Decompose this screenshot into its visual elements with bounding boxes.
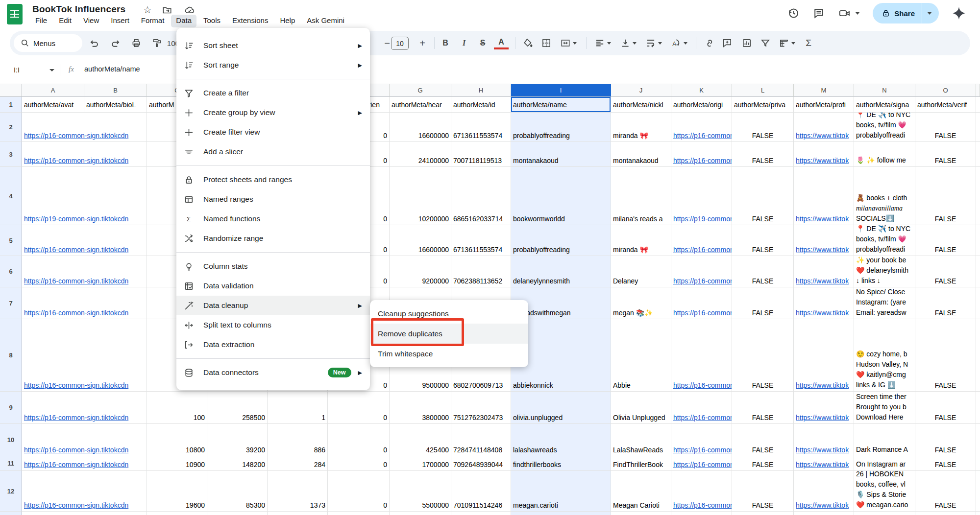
cell-L4[interactable]: FALSE (732, 167, 794, 225)
cell-N11[interactable]: On Instagram ar (854, 456, 915, 471)
cell-K13[interactable] (671, 512, 732, 515)
italic-button[interactable]: I (457, 35, 471, 51)
row-header-3[interactable]: 3 (0, 142, 22, 167)
share-button[interactable]: Share (873, 3, 922, 23)
cell-O6[interactable]: FALSE (915, 256, 976, 287)
cell-L2[interactable]: FALSE (732, 113, 794, 142)
field-header-G[interactable]: authorMeta/hear (390, 97, 451, 113)
cell-J5[interactable]: miranda 🎀 (611, 225, 671, 256)
cell-A10[interactable]: https://p16-common-sign.tiktokcdn (22, 424, 147, 456)
cell-F10[interactable]: 0 (328, 424, 390, 456)
name-box[interactable]: I:I (5, 63, 56, 77)
cell-I9[interactable]: olivia.unplugged (511, 392, 611, 424)
menu-item-column-stats[interactable]: Column stats (176, 257, 370, 276)
cell-E13[interactable] (268, 512, 328, 515)
cell-E12[interactable]: 1373 (268, 471, 328, 512)
cell-G12[interactable]: 5500000 (390, 471, 451, 512)
text-wrap-button[interactable] (641, 35, 666, 51)
cell-A5[interactable]: https://p16-common-sign.tiktokcdn (22, 225, 147, 256)
field-header-O[interactable]: authorMeta/verif (915, 97, 976, 113)
row-header-2[interactable]: 2 (0, 113, 22, 142)
wrap-caret-icon[interactable] (658, 42, 662, 45)
gemini-icon[interactable] (952, 6, 966, 21)
column-header-J[interactable]: J (611, 84, 671, 97)
field-header-N[interactable]: authorMeta/signa (854, 97, 915, 113)
menubar-item-help[interactable]: Help (275, 15, 300, 27)
cell-M3[interactable]: https://www.tiktok (794, 142, 854, 167)
cell-N2[interactable]: 📍 DE ✈️ to NYCbooks, tv/film 💗probablyof… (854, 113, 915, 142)
cell-E11[interactable]: 284 (268, 456, 328, 471)
functions-button[interactable]: Σ (801, 35, 816, 51)
column-header-I[interactable]: I (511, 84, 611, 97)
insert-comment-button[interactable] (718, 35, 736, 51)
field-header-A[interactable]: authorMeta/avat (22, 97, 84, 113)
name-box-caret-icon[interactable] (49, 69, 54, 71)
cell-M8[interactable]: https://www.tiktok (794, 319, 854, 392)
cell-F12[interactable]: 0 (328, 471, 390, 512)
cell-G10[interactable]: 425400 (390, 424, 451, 456)
cell-N7[interactable]: No Spice/ CloseInstagram: (yareEmail: ya… (854, 287, 915, 319)
cell-K6[interactable]: https://p16-common (671, 256, 732, 287)
cell-N3[interactable]: 🌷 ✨ follow me (854, 142, 915, 167)
cell-M6[interactable]: https://www.tiktok (794, 256, 854, 287)
cell-J8[interactable]: Abbie (611, 319, 671, 392)
cell-H3[interactable]: 7007118119513 (451, 142, 511, 167)
text-color-button[interactable]: A (494, 37, 509, 49)
cell-I4[interactable]: bookwormworldd (511, 167, 611, 225)
column-header-K[interactable]: K (671, 84, 732, 97)
cell-O7[interactable]: FALSE (915, 287, 976, 319)
text-rotation-button[interactable]: A (666, 35, 692, 51)
menu-item-data-extraction[interactable]: Data extraction (176, 335, 370, 354)
rotation-caret-icon[interactable] (684, 42, 687, 45)
cell-G4[interactable]: 10200000 (390, 167, 451, 225)
column-header-N[interactable]: N (854, 84, 915, 97)
cell-J7[interactable]: megan 📚✨ (611, 287, 671, 319)
cell-I5[interactable]: probablyoffreading (511, 225, 611, 256)
cell-C10[interactable]: 10800 (147, 424, 207, 456)
insert-link-button[interactable] (700, 35, 717, 51)
cell-K2[interactable]: https://p16-common (671, 113, 732, 142)
cell-M5[interactable]: https://www.tiktok (794, 225, 854, 256)
cell-D10[interactable]: 39200 (207, 424, 268, 456)
cell-H2[interactable]: 6713611553574 (451, 113, 511, 142)
menu-item-protect-sheets-and-ranges[interactable]: Protect sheets and ranges (176, 170, 370, 189)
version-history-icon[interactable] (787, 7, 800, 20)
menu-item-add-a-slicer[interactable]: Add a slicer (176, 142, 370, 162)
sheets-logo-icon[interactable] (7, 4, 23, 24)
menubar-item-file[interactable]: File (30, 15, 52, 27)
cell-L12[interactable]: FALSE (732, 471, 794, 512)
menu-item-create-filter-view[interactable]: Create filter view (176, 122, 370, 142)
cell-I2[interactable]: probablyoffreading (511, 113, 611, 142)
cell-A6[interactable]: https://p16-common-sign.tiktokcdn (22, 256, 147, 287)
cell-F9[interactable]: 0 (328, 392, 390, 424)
cell-J6[interactable]: Delaney (611, 256, 671, 287)
cell-K10[interactable]: https://p16-common (671, 424, 732, 456)
cell-G9[interactable]: 3800000 (390, 392, 451, 424)
cell-L8[interactable]: FALSE (732, 319, 794, 392)
cell-D9[interactable]: 258500 (207, 392, 268, 424)
cell-M10[interactable]: https://www.tiktok (794, 424, 854, 456)
cell-I11[interactable]: findthrillerbooks (511, 456, 611, 471)
cell-J2[interactable]: miranda 🎀 (611, 113, 671, 142)
menubar-item-format[interactable]: Format (136, 15, 170, 27)
increase-font-button[interactable]: + (416, 35, 428, 51)
cell-A7[interactable]: https://p16-common-sign.tiktokcdn (22, 287, 147, 319)
row-header-10[interactable]: 10 (0, 424, 22, 456)
cell-M4[interactable]: https://www.tiktok (794, 167, 854, 225)
merge-cells-button[interactable] (556, 35, 581, 51)
cell-M11[interactable]: https://www.tiktok (794, 456, 854, 471)
formula-value[interactable]: authorMeta/name (84, 65, 140, 73)
cell-N8[interactable]: 😌 cozy home, bHudson Valley, N❤️ kaitlyn… (854, 319, 915, 392)
cell-E10[interactable]: 886 (268, 424, 328, 456)
cell-N10[interactable]: Dark Romance A (854, 424, 915, 456)
cell-O12[interactable]: FALSE (915, 471, 976, 512)
field-header-B[interactable]: authorMeta/bioL (84, 97, 147, 113)
create-filter-button[interactable] (757, 35, 774, 51)
move-folder-icon[interactable] (162, 5, 172, 16)
cell-C11[interactable]: 10900 (147, 456, 207, 471)
cell-O4[interactable]: FALSE (915, 167, 976, 225)
comments-icon[interactable] (812, 7, 825, 20)
submenu-item-trim-whitespace[interactable]: Trim whitespace (370, 344, 528, 364)
cell-L3[interactable]: FALSE (732, 142, 794, 167)
cell-A4[interactable]: https://p19-common-sign.tiktokcdn (22, 167, 147, 225)
